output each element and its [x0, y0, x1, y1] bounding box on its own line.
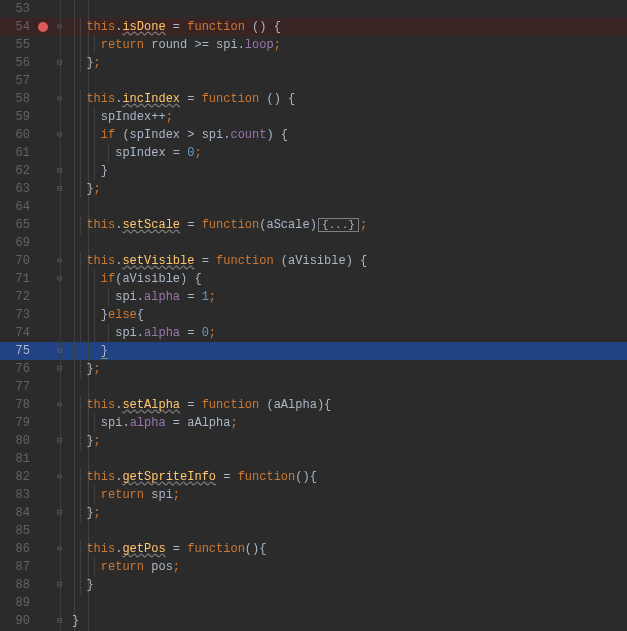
code-line[interactable]: } — [66, 612, 627, 630]
gutter-row[interactable]: 72 — [0, 288, 66, 306]
fold-open-icon[interactable]: ⊖ — [55, 473, 64, 482]
gutter-markers: ⊟ — [36, 581, 66, 590]
code-line[interactable]: this.setAlpha = function (aAlpha){ — [66, 396, 627, 414]
code-line[interactable] — [66, 378, 627, 396]
code-line[interactable]: spi.alpha = 1; — [66, 288, 627, 306]
gutter-row[interactable]: 74 — [0, 324, 66, 342]
code-line[interactable]: return pos; — [66, 558, 627, 576]
code-area[interactable]: this.isDone = function () { return round… — [66, 0, 627, 631]
fold-close-icon[interactable]: ⊟ — [55, 509, 64, 518]
fold-close-icon[interactable]: ⊟ — [55, 59, 64, 68]
fold-close-icon[interactable]: ⊟ — [55, 185, 64, 194]
gutter-row[interactable]: 62⊟ — [0, 162, 66, 180]
gutter-row[interactable]: 57 — [0, 72, 66, 90]
code-line[interactable]: return round >= spi.loop; — [66, 36, 627, 54]
gutter-row[interactable]: 54⊖ — [0, 18, 66, 36]
line-number: 54 — [0, 18, 36, 36]
gutter-row[interactable]: 75⊟ — [0, 342, 66, 360]
gutter-row[interactable]: 86⊖ — [0, 540, 66, 558]
gutter-row[interactable]: 63⊟ — [0, 180, 66, 198]
code-line[interactable]: if(aVisible) { — [66, 270, 627, 288]
gutter-row[interactable]: 90⊟ — [0, 612, 66, 630]
gutter-row[interactable]: 60⊖ — [0, 126, 66, 144]
gutter-row[interactable]: 81 — [0, 450, 66, 468]
code-line[interactable]: if (spIndex > spi.count) { — [66, 126, 627, 144]
code-line[interactable]: spIndex = 0; — [66, 144, 627, 162]
code-line[interactable]: }; — [66, 180, 627, 198]
fold-open-icon[interactable]: ⊖ — [55, 257, 64, 266]
line-number: 71 — [0, 270, 36, 288]
code-line[interactable]: }; — [66, 54, 627, 72]
fold-open-icon[interactable]: ⊖ — [55, 275, 64, 284]
code-line[interactable] — [66, 234, 627, 252]
fold-close-icon[interactable]: ⊟ — [55, 617, 64, 626]
gutter-row[interactable]: 77 — [0, 378, 66, 396]
gutter-markers: ⊟ — [36, 437, 66, 446]
gutter-row[interactable]: 71⊖ — [0, 270, 66, 288]
gutter-row[interactable]: 73 — [0, 306, 66, 324]
gutter-row[interactable]: 69 — [0, 234, 66, 252]
code-line[interactable]: } — [66, 576, 627, 594]
fold-close-icon[interactable]: ⊟ — [55, 167, 64, 176]
gutter-row[interactable]: 85 — [0, 522, 66, 540]
gutter-row[interactable]: 65 — [0, 216, 66, 234]
gutter-row[interactable]: 61 — [0, 144, 66, 162]
fold-close-icon[interactable]: ⊟ — [55, 581, 64, 590]
gutter-row[interactable]: 84⊟ — [0, 504, 66, 522]
code-line[interactable] — [66, 0, 627, 18]
gutter-row[interactable]: 64 — [0, 198, 66, 216]
breakpoint-icon[interactable] — [38, 22, 48, 32]
gutter-row[interactable]: 83 — [0, 486, 66, 504]
code-line[interactable]: this.getSpriteInfo = function(){ — [66, 468, 627, 486]
gutter-row[interactable]: 59 — [0, 108, 66, 126]
gutter-row[interactable]: 78⊖ — [0, 396, 66, 414]
fold-close-icon[interactable]: ⊟ — [55, 347, 64, 356]
code-editor[interactable]: 5354⊖5556⊟5758⊖5960⊖6162⊟63⊟64656970⊖71⊖… — [0, 0, 627, 631]
code-line[interactable]: this.setScale = function(aScale){...}; — [66, 216, 627, 234]
fold-open-icon[interactable]: ⊖ — [55, 23, 64, 32]
gutter-row[interactable]: 80⊟ — [0, 432, 66, 450]
code-text: if(aVisible) { — [72, 270, 202, 288]
gutter-row[interactable]: 58⊖ — [0, 90, 66, 108]
code-line[interactable]: this.setVisible = function (aVisible) { — [66, 252, 627, 270]
gutter-row[interactable]: 89 — [0, 594, 66, 612]
fold-open-icon[interactable]: ⊖ — [55, 545, 64, 554]
gutter-row[interactable]: 87 — [0, 558, 66, 576]
code-line[interactable]: spi.alpha = 0; — [66, 324, 627, 342]
gutter-row[interactable]: 56⊟ — [0, 54, 66, 72]
code-line[interactable]: } — [66, 342, 627, 360]
gutter-row[interactable]: 88⊟ — [0, 576, 66, 594]
code-line[interactable]: spi.alpha = aAlpha; — [66, 414, 627, 432]
code-line[interactable]: }; — [66, 360, 627, 378]
code-line[interactable]: }; — [66, 432, 627, 450]
gutter-row[interactable]: 79 — [0, 414, 66, 432]
code-line[interactable] — [66, 522, 627, 540]
line-number: 74 — [0, 324, 36, 342]
code-line[interactable]: this.isDone = function () { — [66, 18, 627, 36]
gutter-row[interactable]: 70⊖ — [0, 252, 66, 270]
gutter-markers: ⊖ — [36, 545, 66, 554]
fold-open-icon[interactable]: ⊖ — [55, 95, 64, 104]
code-line[interactable]: spIndex++; — [66, 108, 627, 126]
fold-open-icon[interactable]: ⊖ — [55, 131, 64, 140]
gutter-markers: ⊟ — [36, 509, 66, 518]
gutter-row[interactable]: 53 — [0, 0, 66, 18]
gutter-markers: ⊖ — [36, 131, 66, 140]
code-line[interactable]: return spi; — [66, 486, 627, 504]
code-line[interactable] — [66, 594, 627, 612]
code-line[interactable]: }else{ — [66, 306, 627, 324]
code-line[interactable]: this.incIndex = function () { — [66, 90, 627, 108]
code-line[interactable]: } — [66, 162, 627, 180]
code-line[interactable] — [66, 72, 627, 90]
gutter-row[interactable]: 55 — [0, 36, 66, 54]
fold-close-icon[interactable]: ⊟ — [55, 365, 64, 374]
code-line[interactable] — [66, 450, 627, 468]
fold-close-icon[interactable]: ⊟ — [55, 437, 64, 446]
gutter-row[interactable]: 76⊟ — [0, 360, 66, 378]
code-line[interactable]: this.getPos = function(){ — [66, 540, 627, 558]
code-line[interactable] — [66, 198, 627, 216]
fold-open-icon[interactable]: ⊖ — [55, 401, 64, 410]
gutter-row[interactable]: 82⊖ — [0, 468, 66, 486]
code-line[interactable]: }; — [66, 504, 627, 522]
gutter[interactable]: 5354⊖5556⊟5758⊖5960⊖6162⊟63⊟64656970⊖71⊖… — [0, 0, 66, 631]
